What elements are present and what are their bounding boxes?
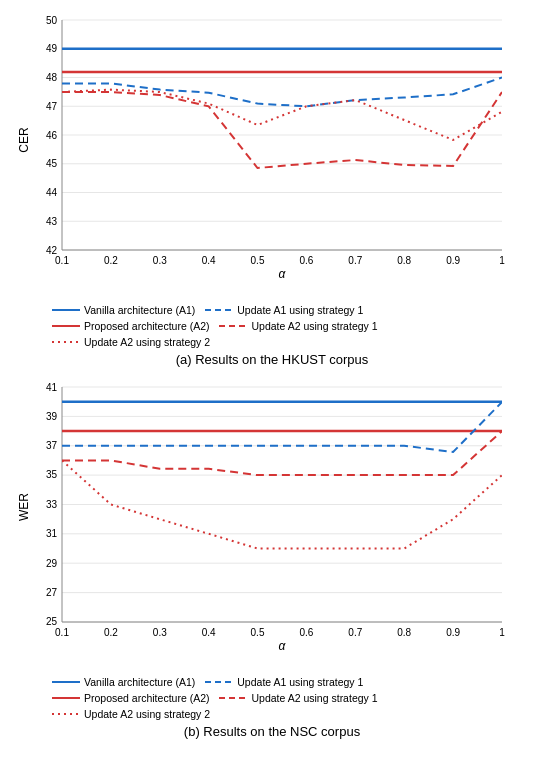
- legend-vanilla-a1-label: Vanilla architecture (A1): [84, 304, 195, 316]
- page: CER 50 49 48 47 46 45 44: [0, 0, 544, 776]
- legend-vanilla-a1-line: [52, 309, 80, 311]
- svg-text:0.7: 0.7: [348, 627, 362, 638]
- line2-update-a1-s1: [62, 402, 502, 452]
- legend2-vanilla-a1-label: Vanilla architecture (A1): [84, 676, 195, 688]
- legend2-update-a2-s1-label: Update A2 using strategy 1: [251, 692, 377, 704]
- line-update-a2-s2: [62, 90, 502, 140]
- legend2-update-a2-s2-label: Update A2 using strategy 2: [84, 708, 210, 720]
- svg-text:0.1: 0.1: [55, 255, 69, 266]
- chart1-ylabel: CER: [17, 127, 31, 153]
- legend-update-a2-s1-label: Update A2 using strategy 1: [251, 320, 377, 332]
- svg-text:0.7: 0.7: [348, 255, 362, 266]
- svg-text:47: 47: [46, 101, 58, 112]
- legend-update-a2-s2-label: Update A2 using strategy 2: [84, 336, 210, 348]
- chart2-svg: WER 41 39 37 35 33 31 29 27 25: [17, 377, 527, 672]
- svg-text:0.3: 0.3: [153, 255, 167, 266]
- legend-update-a2-s1-icon: [219, 322, 247, 330]
- svg-text:31: 31: [46, 528, 58, 539]
- svg-text:0.5: 0.5: [251, 627, 265, 638]
- line2-update-a2-s1: [62, 431, 502, 475]
- chart1-xlabel: α: [279, 267, 287, 281]
- legend-update-a2-s2: Update A2 using strategy 2: [52, 336, 210, 348]
- legend2-update-a2-s1-icon: [219, 694, 247, 702]
- legend-proposed-a2-label: Proposed architecture (A2): [84, 320, 209, 332]
- svg-text:33: 33: [46, 499, 58, 510]
- legend-proposed-a2: Proposed architecture (A2): [52, 320, 209, 332]
- svg-text:48: 48: [46, 72, 58, 83]
- svg-text:0.9: 0.9: [446, 255, 460, 266]
- svg-text:0.5: 0.5: [251, 255, 265, 266]
- svg-text:0.4: 0.4: [202, 255, 216, 266]
- chart1-container: CER 50 49 48 47 46 45 44: [10, 10, 534, 373]
- line-update-a1-s1: [62, 78, 502, 107]
- svg-text:0.6: 0.6: [299, 627, 313, 638]
- svg-text:50: 50: [46, 15, 58, 26]
- svg-text:0.6: 0.6: [299, 255, 313, 266]
- svg-text:0.9: 0.9: [446, 627, 460, 638]
- legend2-proposed-a2-label: Proposed architecture (A2): [84, 692, 209, 704]
- svg-text:1: 1: [499, 627, 505, 638]
- svg-text:45: 45: [46, 158, 58, 169]
- legend2-update-a1-s1: Update A1 using strategy 1: [205, 676, 363, 688]
- chart2-container: WER 41 39 37 35 33 31 29 27 25: [10, 377, 534, 745]
- legend-update-a1-s1-icon: [205, 306, 233, 314]
- chart1-title: (a) Results on the HKUST corpus: [176, 352, 369, 367]
- chart2-legend: Vanilla architecture (A1) Update A1 usin…: [52, 676, 522, 720]
- svg-text:25: 25: [46, 616, 58, 627]
- legend-vanilla-a1: Vanilla architecture (A1): [52, 304, 195, 316]
- legend-update-a1-s1-label: Update A1 using strategy 1: [237, 304, 363, 316]
- svg-text:37: 37: [46, 440, 58, 451]
- line-update-a2-s1: [62, 92, 502, 168]
- svg-text:1: 1: [499, 255, 505, 266]
- svg-text:27: 27: [46, 587, 58, 598]
- svg-text:46: 46: [46, 130, 58, 141]
- legend2-proposed-a2-line: [52, 697, 80, 699]
- svg-text:44: 44: [46, 187, 58, 198]
- svg-text:0.8: 0.8: [397, 255, 411, 266]
- legend2-update-a2-s2: Update A2 using strategy 2: [52, 708, 210, 720]
- legend2-update-a2-s1: Update A2 using strategy 1: [219, 692, 377, 704]
- legend2-vanilla-a1-line: [52, 681, 80, 683]
- chart1-legend: Vanilla architecture (A1) Update A1 usin…: [52, 304, 522, 348]
- chart2-title: (b) Results on the NSC corpus: [184, 724, 360, 739]
- legend-update-a2-s1: Update A2 using strategy 1: [219, 320, 377, 332]
- svg-text:0.8: 0.8: [397, 627, 411, 638]
- legend-proposed-a2-line: [52, 325, 80, 327]
- legend2-update-a1-s1-icon: [205, 678, 233, 686]
- chart2-xlabel: α: [279, 639, 287, 653]
- legend-update-a1-s1: Update A1 using strategy 1: [205, 304, 363, 316]
- svg-text:29: 29: [46, 558, 58, 569]
- svg-text:0.1: 0.1: [55, 627, 69, 638]
- svg-text:0.2: 0.2: [104, 627, 118, 638]
- legend2-update-a1-s1-label: Update A1 using strategy 1: [237, 676, 363, 688]
- legend2-proposed-a2: Proposed architecture (A2): [52, 692, 209, 704]
- chart1-svg: CER 50 49 48 47 46 45 44: [17, 10, 527, 300]
- svg-text:41: 41: [46, 382, 58, 393]
- legend2-vanilla-a1: Vanilla architecture (A1): [52, 676, 195, 688]
- svg-text:0.2: 0.2: [104, 255, 118, 266]
- svg-text:35: 35: [46, 469, 58, 480]
- legend2-update-a2-s2-icon: [52, 710, 80, 718]
- chart2-ylabel: WER: [17, 493, 31, 521]
- svg-text:49: 49: [46, 43, 58, 54]
- svg-text:0.3: 0.3: [153, 627, 167, 638]
- svg-text:39: 39: [46, 411, 58, 422]
- legend-update-a2-s2-icon: [52, 338, 80, 346]
- svg-text:43: 43: [46, 216, 58, 227]
- svg-text:0.4: 0.4: [202, 627, 216, 638]
